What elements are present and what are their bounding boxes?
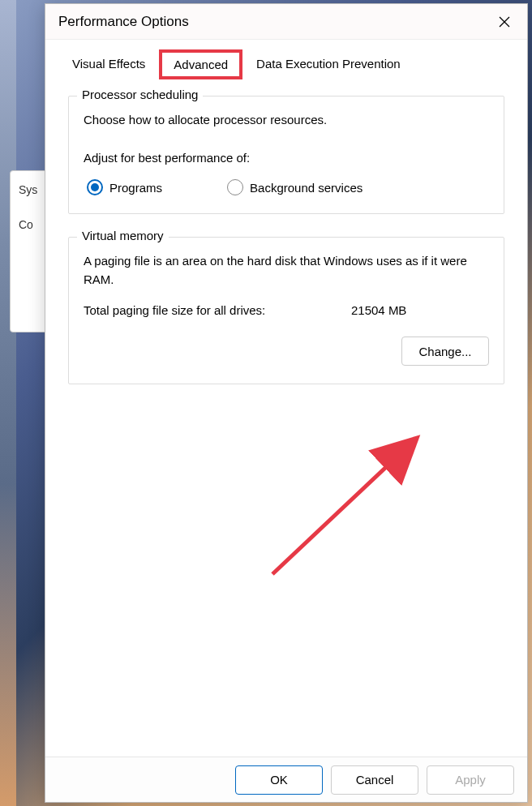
paging-file-size-label: Total paging file size for all drives: (84, 303, 351, 317)
change-button-row: Change... (84, 337, 489, 366)
apply-button[interactable]: Apply (427, 765, 514, 795)
virtual-memory-group: Virtual memory A paging file is an area … (68, 237, 504, 384)
close-button[interactable] (491, 9, 517, 35)
titlebar: Performance Options (45, 4, 527, 40)
virtual-memory-description: A paging file is an area on the hard dis… (84, 252, 489, 289)
dialog-footer: OK Cancel Apply (45, 757, 527, 802)
adjust-performance-label: Adjust for best performance of: (84, 151, 489, 165)
tab-content: Processor scheduling Choose how to alloc… (45, 79, 527, 757)
tab-data-execution-prevention[interactable]: Data Execution Prevention (242, 49, 414, 79)
radio-background-label: Background services (250, 181, 363, 195)
svg-line-3 (272, 440, 414, 574)
processor-scheduling-title: Processor scheduling (77, 88, 203, 101)
processor-scheduling-group: Processor scheduling Choose how to alloc… (68, 96, 504, 214)
paging-file-size-value: 21504 MB (351, 303, 489, 317)
bg-text-2: Co (19, 218, 33, 231)
background-window-partial: Sys Co (10, 170, 46, 332)
radio-background-services[interactable]: Background services (227, 179, 363, 195)
close-icon (499, 16, 510, 28)
dialog-title: Performance Options (55, 14, 491, 30)
processor-scheduling-description: Choose how to allocate processor resourc… (84, 111, 489, 128)
desktop-background (0, 0, 16, 806)
virtual-memory-title: Virtual memory (77, 229, 169, 242)
annotation-arrow (256, 420, 435, 582)
radio-programs-label: Programs (109, 181, 162, 195)
paging-file-size-row: Total paging file size for all drives: 2… (84, 303, 489, 317)
radio-programs[interactable]: Programs (87, 179, 162, 195)
cancel-button[interactable]: Cancel (331, 765, 418, 795)
change-button[interactable]: Change... (401, 337, 489, 366)
tab-advanced[interactable]: Advanced (159, 49, 242, 79)
bg-text-1: Sys (19, 183, 37, 196)
tab-visual-effects[interactable]: Visual Effects (58, 49, 159, 79)
radio-programs-indicator (87, 179, 103, 195)
radio-background-indicator (227, 179, 243, 195)
ok-button[interactable]: OK (235, 765, 323, 795)
radio-group: Programs Background services (84, 179, 489, 195)
performance-options-dialog: Performance Options Visual Effects Advan… (45, 3, 528, 803)
tab-strip: Visual Effects Advanced Data Execution P… (45, 40, 527, 79)
